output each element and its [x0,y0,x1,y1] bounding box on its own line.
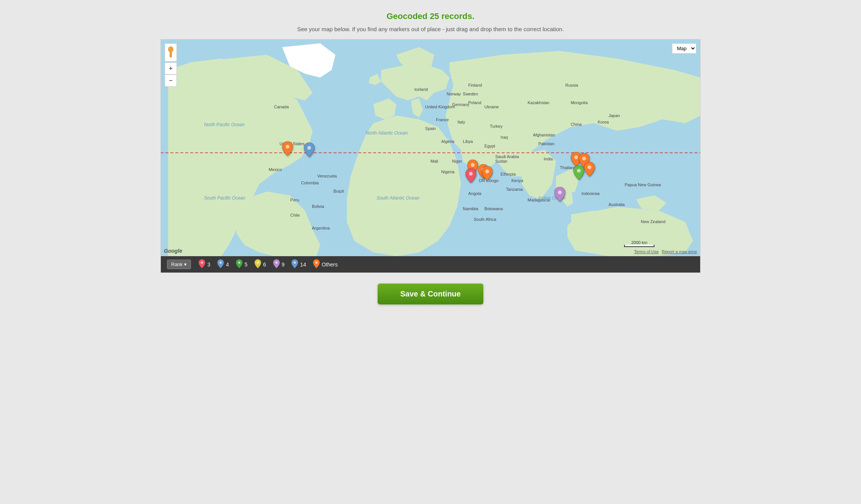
marker-m10[interactable] [584,162,595,178]
marker-m1[interactable] [282,141,293,157]
legend-item-0[interactable]: 3 [199,259,210,269]
legend-count-0: 3 [207,262,210,268]
map-area[interactable]: Map + − [161,40,700,256]
legend-items: 3 4 5 6 9 14 Others [199,259,338,269]
legend-count-4: 9 [282,262,285,268]
legend-count-3: 6 [263,262,266,268]
svg-point-20 [275,262,277,264]
svg-point-22 [315,262,318,264]
svg-point-11 [574,155,578,159]
legend-item-5[interactable]: 14 [291,259,306,269]
legend-item-6[interactable]: Others [313,259,338,269]
terms-link[interactable]: Terms of Use [634,249,659,254]
svg-point-13 [577,169,581,173]
svg-point-19 [257,262,259,264]
save-continue-button[interactable]: Save & Continue [378,284,484,304]
legend-item-2[interactable]: 5 [236,259,248,269]
svg-point-21 [294,262,296,264]
legend-marker-icon-5 [291,259,298,269]
map-footer-links: Terms of Use Report a map error [634,249,697,254]
svg-point-15 [558,190,562,194]
svg-point-9 [485,170,489,173]
rank-dropdown-icon: ▾ [184,262,187,267]
legend-item-1[interactable]: 4 [217,259,229,269]
marker-m5[interactable] [482,166,492,182]
legend-item-4[interactable]: 9 [273,259,285,269]
google-logo: Google [164,248,182,254]
map-controls: + − [165,43,177,87]
svg-point-10 [469,172,473,176]
marker-m11[interactable] [554,187,565,203]
legend-count-5: 14 [300,262,306,268]
legend-count-6: Others [322,262,338,268]
legend-count-1: 4 [226,262,229,268]
legend-count-2: 5 [245,262,248,268]
marker-m6[interactable] [465,168,476,184]
map-container: Map + − [160,39,701,273]
svg-point-12 [582,157,586,160]
street-view-btn[interactable] [165,43,177,62]
scale-bar: 2000 km [624,240,654,247]
svg-point-16 [201,262,203,264]
legend-item-3[interactable]: 6 [254,259,266,269]
world-map-svg [161,40,700,256]
svg-point-0 [168,46,173,52]
rank-button[interactable]: Rank ▾ [167,260,191,269]
legend-marker-icon-1 [217,259,224,269]
svg-point-17 [219,262,222,264]
legend-marker-icon-2 [236,259,243,269]
legend-marker-icon-4 [273,259,280,269]
svg-point-18 [238,262,240,264]
report-link[interactable]: Report a map error [662,249,697,254]
svg-point-6 [307,146,311,150]
zoom-in-btn[interactable]: + [165,62,177,74]
svg-point-5 [286,145,289,149]
legend-marker-icon-3 [254,259,261,269]
page-title: Geocoded 25 records. [386,11,474,21]
legend-marker-icon-6 [313,259,320,269]
marker-m2[interactable] [304,143,315,158]
svg-point-7 [471,163,475,167]
marker-m9[interactable] [573,165,584,181]
zoom-out-btn[interactable]: − [165,74,177,87]
map-type-select[interactable]: Map [672,43,696,54]
subtitle: See your map below. If you find any mark… [297,26,564,32]
legend-bar: Rank ▾ 3 4 5 6 9 14 Others [161,256,700,273]
legend-marker-icon-0 [199,259,205,269]
svg-point-14 [588,165,591,169]
